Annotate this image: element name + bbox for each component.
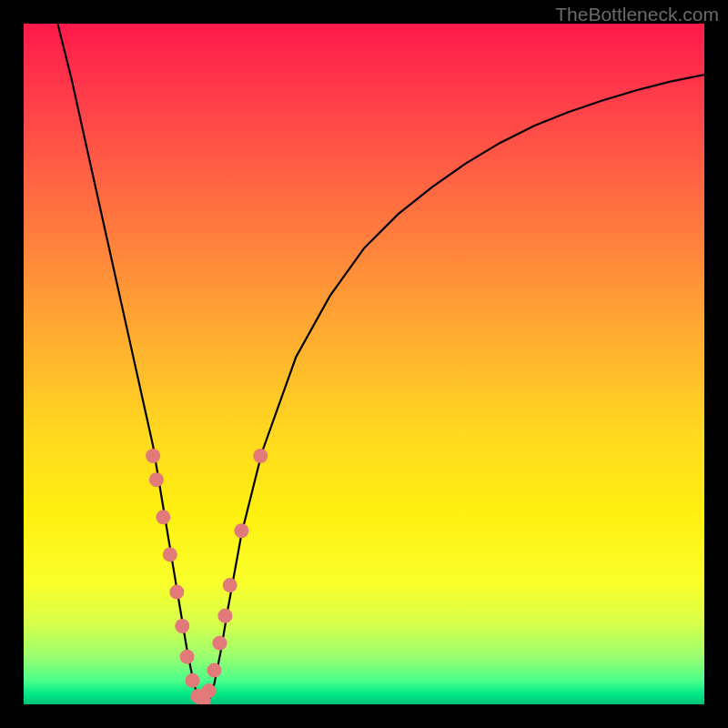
chart-frame bbox=[24, 24, 704, 704]
watermark-text: TheBottleneck.com bbox=[555, 4, 719, 25]
gradient-background bbox=[24, 24, 704, 704]
